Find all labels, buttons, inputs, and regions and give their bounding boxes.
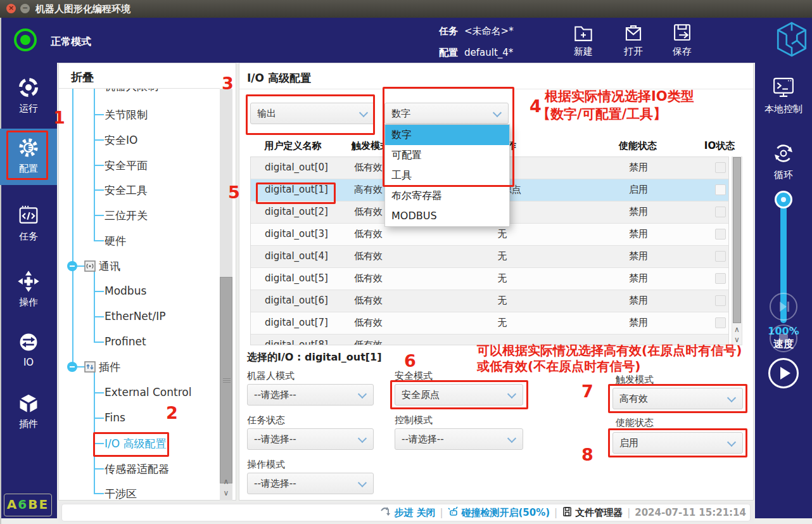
- tree-item-modbus[interactable]: Modbus: [105, 284, 146, 297]
- tree-item-interference-zone[interactable]: 干涉区: [105, 487, 137, 501]
- scroll-down-icon[interactable]: ∨: [220, 489, 232, 497]
- play-button[interactable]: [768, 358, 799, 388]
- enable-state-select[interactable]: 启用: [612, 432, 743, 454]
- move-arrows-icon: [16, 284, 41, 297]
- tree-group-communication[interactable]: 通讯: [99, 259, 120, 274]
- new-button-label: 新建: [564, 46, 602, 58]
- io-state-checkbox[interactable]: [715, 207, 726, 217]
- plugin-group-icon: [84, 361, 96, 373]
- sidebar-item-run[interactable]: 运行: [0, 75, 57, 115]
- chevron-down-icon: [507, 434, 516, 443]
- io-name: digital_out[0]: [265, 162, 328, 173]
- task-label: 任务: [439, 25, 458, 37]
- io-state-checkbox[interactable]: [715, 229, 726, 240]
- table-row[interactable]: digital_out[4] 低有效 无 禁用: [251, 246, 728, 268]
- window-title: 机器人图形化编程环境: [35, 3, 130, 15]
- trigger-mode-select[interactable]: 高有效: [612, 388, 743, 409]
- table-row[interactable]: digital_out[7] 低有效 无 禁用: [251, 312, 728, 335]
- table-row[interactable]: digital_out[3] 低有效 无 禁用: [251, 224, 728, 246]
- chevron-down-icon: [358, 478, 367, 487]
- io-direction-select[interactable]: 输出: [250, 103, 375, 124]
- table-row[interactable]: digital_out[6] 低有效 无 禁用: [251, 290, 728, 312]
- io-state-checkbox[interactable]: [715, 295, 726, 306]
- tree-scrollbar[interactable]: ∧ ∨: [220, 89, 232, 501]
- tree-item-three-position-switch[interactable]: 三位开关: [105, 208, 148, 223]
- save-button[interactable]: 保存: [663, 20, 701, 61]
- trigger-mode: 低有效: [354, 250, 383, 262]
- sidebar-item-plugin[interactable]: 插件: [0, 392, 57, 430]
- robot-mode-select[interactable]: --请选择--: [247, 384, 374, 406]
- dropdown-option-digital[interactable]: 数字: [385, 125, 509, 145]
- tree-connector: [94, 342, 104, 343]
- status-bar-content: 步进 关闭 | 碰撞检测开启(50%) | 文件管理器 | 2024-07-11…: [61, 504, 751, 521]
- new-button[interactable]: 新建: [564, 20, 602, 61]
- sidebar-item-io[interactable]: IO: [0, 330, 57, 368]
- tree-item-hardware[interactable]: 硬件: [105, 234, 126, 248]
- dropdown-option-tool[interactable]: 工具: [385, 165, 509, 186]
- sidebar-item-config[interactable]: 配置: [0, 135, 57, 175]
- minimize-icon[interactable]: −: [20, 4, 30, 13]
- io-state-checkbox[interactable]: [715, 273, 726, 284]
- chevron-down-icon: [358, 434, 367, 443]
- tree-item-sensor-adapter[interactable]: 传感器适配器: [105, 462, 169, 476]
- io-state-checkbox[interactable]: [715, 184, 726, 195]
- io-state-checkbox[interactable]: [715, 251, 726, 262]
- scroll-up-icon[interactable]: ∧: [220, 478, 232, 485]
- tree-group-plugin[interactable]: 插件: [99, 360, 120, 374]
- tree-connector: [94, 240, 104, 241]
- dropdown-option-bool-register[interactable]: 布尔寄存器: [385, 186, 509, 206]
- tree-collapse-node-icon[interactable]: [67, 261, 77, 271]
- sidebar-item-operate[interactable]: 操作: [0, 269, 57, 309]
- tree-item-fins[interactable]: Fins: [105, 411, 125, 424]
- code-window-icon: [16, 219, 41, 231]
- tree-item-io-advanced-config[interactable]: I/O 高级配置: [105, 437, 167, 451]
- io-state-checkbox[interactable]: [715, 317, 726, 328]
- dropdown-option-modbus[interactable]: MODBUS: [385, 206, 509, 226]
- tree-item-safety-tool[interactable]: 安全工具: [105, 183, 148, 198]
- table-row[interactable]: digital_out[5] 低有效 无 禁用: [251, 268, 728, 290]
- tree-item-robot-limit[interactable]: 机器人限制: [105, 89, 158, 94]
- step-mode-status[interactable]: 步进 关闭: [394, 507, 435, 519]
- operation-mode-select[interactable]: --请选择--: [247, 473, 374, 494]
- tree-item-profinet[interactable]: Profinet: [105, 335, 146, 348]
- enable-state: 禁用: [607, 162, 670, 174]
- io-type-select[interactable]: 数字: [384, 103, 509, 124]
- tree-scrollbar-thumb[interactable]: [220, 277, 232, 483]
- safety-mode-select[interactable]: 安全原点: [395, 384, 523, 406]
- local-control-button[interactable]: 本地控制: [755, 73, 812, 115]
- file-manager-button[interactable]: 文件管理器: [575, 507, 623, 519]
- tree-collapse-header[interactable]: 折叠: [71, 70, 94, 85]
- robot-mode-label: 机器人模式: [247, 370, 295, 382]
- loop-button[interactable]: 循环: [755, 140, 812, 181]
- scroll-up-icon[interactable]: ∧: [732, 326, 742, 333]
- tree-connector: [94, 316, 104, 317]
- stop-button[interactable]: [770, 324, 797, 352]
- speed-slider-handle[interactable]: [775, 191, 792, 208]
- io-state-checkbox[interactable]: [715, 162, 726, 173]
- step-forward-button[interactable]: [770, 293, 797, 321]
- control-mode-select[interactable]: --请选择--: [395, 428, 523, 450]
- tree-item-safety-io[interactable]: 安全IO: [105, 133, 137, 148]
- tree-connector: [94, 367, 95, 494]
- chevron-down-icon: [358, 390, 367, 399]
- collision-detect-status[interactable]: 碰撞检测开启(50%): [461, 507, 550, 519]
- tree-connector: [94, 468, 104, 470]
- trigger-mode: 低有效: [354, 206, 383, 218]
- dropdown-option-configurable[interactable]: 可配置: [385, 145, 509, 165]
- annotation-number-6: 6: [404, 351, 416, 371]
- table-scrollbar-thumb[interactable]: [733, 157, 741, 323]
- open-button[interactable]: 打开: [614, 20, 652, 61]
- tree-item-ethernet-ip[interactable]: EtherNet/IP: [105, 310, 165, 323]
- tree-item-joint-limit[interactable]: 关节限制: [105, 108, 148, 122]
- chevron-down-icon: [727, 393, 736, 402]
- table-scrollbar[interactable]: ∧ ∨: [732, 157, 742, 345]
- sidebar-item-label: IO: [0, 357, 57, 368]
- task-state-select[interactable]: --请选择--: [247, 428, 374, 450]
- tree-item-safety-plane[interactable]: 安全平面: [105, 158, 148, 173]
- tree-collapse-node-icon[interactable]: [67, 362, 77, 372]
- io-name: digital_out[8]: [265, 339, 328, 345]
- tree-item-external-control[interactable]: External Control: [105, 386, 191, 399]
- tree-connector: [72, 89, 73, 367]
- close-icon[interactable]: ×: [6, 4, 16, 13]
- sidebar-item-task[interactable]: 任务: [0, 203, 57, 243]
